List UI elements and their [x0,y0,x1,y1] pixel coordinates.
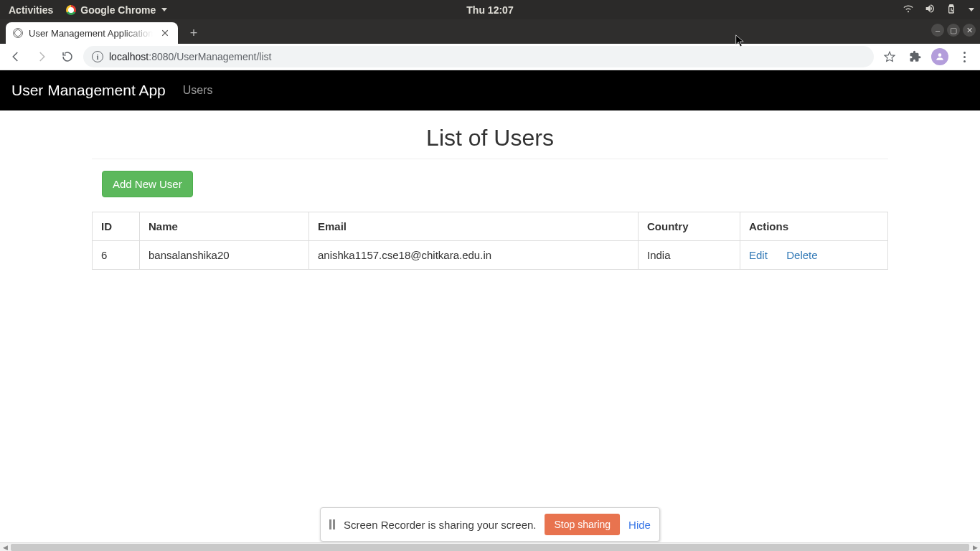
th-id: ID [93,212,140,241]
window-close-button[interactable]: ✕ [963,24,976,37]
clock[interactable]: Thu 12:07 [466,4,513,16]
th-country: Country [639,212,740,241]
delete-link[interactable]: Delete [786,249,817,261]
app-menu-label: Google Chrome [80,4,156,16]
scrollbar-track[interactable] [11,544,969,551]
url-path: /UserManagement/list [174,51,271,62]
globe-icon [13,28,23,38]
tab-title: User Management Application [29,28,153,39]
cell-name: bansalanshika20 [140,241,309,270]
window-minimize-button[interactable]: – [931,24,944,37]
cell-email: anishka1157.cse18@chitkara.edu.in [309,241,639,270]
hide-button[interactable]: Hide [628,519,651,531]
cell-country: India [639,241,740,270]
table-header-row: ID Name Email Country Actions [93,212,888,241]
scroll-right-arrow-icon[interactable]: ▶ [970,544,980,551]
pause-icon [329,519,335,529]
page-container: List of Users Add New User ID Name Email… [92,125,888,270]
power-icon[interactable] [946,3,957,17]
chrome-menu-button[interactable] [954,47,974,67]
share-text: Screen Recorder is sharing your screen. [344,519,536,531]
gnome-top-bar: Activities Google Chrome Thu 12:07 [0,0,980,19]
window-maximize-button[interactable]: ▢ [947,24,960,37]
edit-link[interactable]: Edit [749,249,768,261]
forward-button[interactable] [32,47,52,67]
cell-id: 6 [93,241,140,270]
chrome-tabstrip: User Management Application + – ▢ ✕ [0,19,980,44]
chrome-toolbar: i localhost:8080/UserManagement/list [0,44,980,70]
back-button[interactable] [6,47,26,67]
url-port: :8080 [149,51,174,62]
reload-button[interactable] [57,47,77,67]
th-actions: Actions [740,212,888,241]
browser-tab[interactable]: User Management Application [6,22,178,44]
screen-share-bar: Screen Recorder is sharing your screen. … [320,507,660,542]
extensions-icon[interactable] [905,47,925,67]
add-user-button[interactable]: Add New User [102,171,193,197]
divider [92,159,888,159]
nav-link-users[interactable]: Users [183,84,213,97]
profile-avatar[interactable] [931,48,948,65]
navbar-brand[interactable]: User Management App [11,82,166,99]
system-menu-chevron-icon[interactable] [969,8,974,11]
scroll-left-arrow-icon[interactable]: ◀ [0,544,10,551]
app-navbar: User Management App Users [0,70,980,110]
page-title: List of Users [92,125,888,151]
cell-actions: Edit Delete [740,241,888,270]
volume-icon[interactable] [924,3,936,17]
app-menu[interactable]: Google Chrome [66,4,167,16]
new-tab-button[interactable]: + [184,23,204,43]
tab-close-button[interactable] [159,27,171,39]
url-host: localhost [109,51,149,62]
activities-button[interactable]: Activities [6,4,56,16]
stop-sharing-button[interactable]: Stop sharing [545,514,621,535]
th-name: Name [140,212,309,241]
chevron-down-icon [161,8,167,11]
bookmark-star-icon[interactable] [880,47,900,67]
chrome-icon [66,5,76,15]
users-table: ID Name Email Country Actions 6 bansalan… [92,212,888,270]
site-info-icon[interactable]: i [92,51,103,62]
th-email: Email [309,212,639,241]
horizontal-scrollbar[interactable]: ◀ ▶ [0,542,980,551]
wifi-icon[interactable] [903,3,914,17]
table-row: 6 bansalanshika20 anishka1157.cse18@chit… [93,241,888,270]
address-bar[interactable]: i localhost:8080/UserManagement/list [83,46,874,67]
